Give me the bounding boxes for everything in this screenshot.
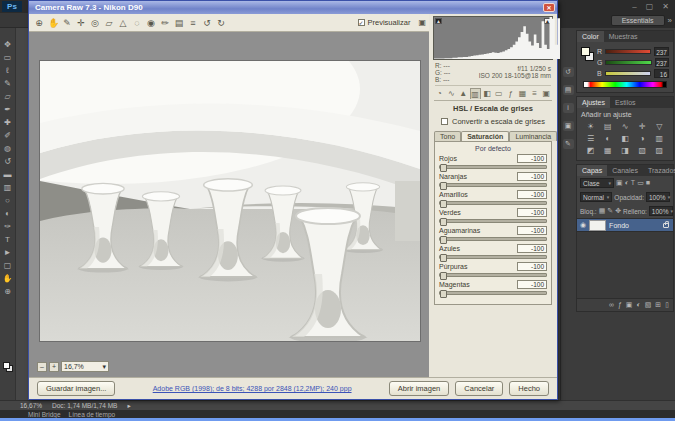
foreground-background-swatches[interactable] — [3, 362, 13, 372]
photo-preview[interactable] — [39, 60, 421, 342]
exposure-icon[interactable]: ✛ — [635, 121, 650, 132]
presets-tab-icon[interactable]: ≡ — [529, 88, 540, 99]
properties-panel-icon[interactable]: ▤ — [563, 85, 574, 95]
color-panel-swatches[interactable] — [581, 47, 594, 61]
crop-tool-icon[interactable]: ▱ — [104, 18, 114, 28]
cancel-button[interactable]: Cancelar — [455, 381, 503, 396]
camera-calibration-tab-icon[interactable]: ▦ — [517, 88, 528, 99]
slider-knob[interactable] — [440, 182, 447, 190]
adjustment-brush-tool-icon[interactable]: ✏ — [160, 18, 170, 28]
preferences-icon[interactable]: ≡ — [188, 18, 198, 28]
rectangular-marquee-tool[interactable]: ▭ — [1, 51, 15, 64]
hue-saturation-icon[interactable]: ☰ — [583, 133, 598, 144]
done-button[interactable]: Hecho — [509, 381, 549, 396]
workspace-more-chevron-icon[interactable]: » — [668, 16, 672, 25]
color-balance-icon[interactable]: ◐ — [600, 133, 615, 144]
split-toning-tab-icon[interactable]: ◧ — [482, 88, 493, 99]
clone-stamp-tool[interactable]: ◍ — [1, 142, 15, 155]
layer-style-icon[interactable]: ƒ — [618, 301, 622, 309]
fullscreen-toggle-icon[interactable]: ▣ — [418, 18, 426, 27]
gradient-tool[interactable]: ▥ — [1, 181, 15, 194]
info-panel-icon[interactable]: i — [563, 103, 574, 113]
close-icon[interactable]: ✕ — [543, 3, 555, 12]
workflow-options-link[interactable]: Adobe RGB (1998); de 8 bits; 4288 por 28… — [115, 385, 388, 392]
zoom-percentage[interactable]: 16,67% — [20, 402, 42, 409]
slider-value[interactable]: -100 — [517, 262, 547, 271]
effects-tab-icon[interactable]: ƒ — [505, 88, 516, 99]
tab-layers[interactable]: Capas — [577, 165, 607, 176]
filter-pixel-icon[interactable]: ▣ — [616, 179, 623, 187]
curves-icon[interactable]: ∿ — [617, 121, 632, 132]
preview-checkbox[interactable]: ✓ — [358, 19, 365, 26]
foreground-color-swatch[interactable] — [3, 362, 10, 369]
brush-tool[interactable]: ✐ — [1, 129, 15, 142]
color-spectrum-ramp[interactable] — [583, 81, 667, 88]
delete-layer-icon[interactable]: ▯ — [665, 301, 669, 309]
slider-track[interactable] — [439, 165, 547, 169]
hsl-tab-saturacion[interactable]: Saturación — [461, 131, 509, 141]
shape-tool[interactable]: ▢ — [1, 259, 15, 272]
pen-tool[interactable]: ✑ — [1, 220, 15, 233]
lasso-tool[interactable]: ℓ — [1, 64, 15, 77]
dodge-tool[interactable]: ◐ — [1, 207, 15, 220]
lock-icons[interactable]: ▦✎✥ — [599, 207, 621, 215]
tab-paths[interactable]: Trazados — [643, 165, 675, 176]
slider-knob[interactable] — [440, 254, 447, 262]
tab-timeline[interactable]: Línea de tiempo — [69, 411, 116, 418]
levels-icon[interactable]: ▤ — [600, 121, 615, 132]
spot-removal-tool-icon[interactable]: ◌ — [132, 18, 142, 28]
color-sampler-tool-icon[interactable]: ✛ — [76, 18, 86, 28]
filter-adjustment-icon[interactable]: ◐ — [625, 179, 629, 187]
slider-value[interactable]: -100 — [517, 190, 547, 199]
lock-transparency-icon[interactable]: ▦ — [599, 207, 606, 215]
maximize-icon[interactable]: ▢ — [646, 1, 654, 12]
spot-healing-tool[interactable]: ✚ — [1, 116, 15, 129]
quick-selection-tool[interactable]: ✎ — [1, 77, 15, 90]
zoom-tool-icon[interactable]: ⊕ — [34, 18, 44, 28]
layer-filter-dropdown[interactable]: Clase▾ — [580, 178, 614, 188]
channel-mixer-icon[interactable]: ▥ — [652, 133, 667, 144]
open-image-button[interactable]: Abrir imagen — [389, 381, 450, 396]
posterize-icon[interactable]: ▦ — [600, 145, 615, 156]
slider-track[interactable] — [439, 237, 547, 241]
hsl-tab-luminancia[interactable]: Luminancia — [509, 131, 557, 141]
tab-channels[interactable]: Canales — [607, 165, 643, 176]
move-tool[interactable]: ✥ — [1, 38, 15, 51]
slider-track[interactable] — [439, 273, 547, 277]
layer-thumbnail[interactable] — [589, 220, 606, 231]
slider-knob[interactable] — [440, 236, 447, 244]
black-white-icon[interactable]: ◧ — [617, 133, 632, 144]
link-layers-icon[interactable]: ∞ — [609, 301, 614, 309]
green-channel-slider[interactable] — [605, 60, 651, 65]
slider-track[interactable] — [439, 183, 547, 187]
red-channel-value[interactable]: 237 — [654, 47, 669, 56]
navigator-panel-icon[interactable]: ▣ — [563, 121, 574, 131]
vibrance-icon[interactable]: ▽ — [652, 121, 667, 132]
slider-knob[interactable] — [440, 164, 447, 172]
photo-filter-icon[interactable]: ◑ — [635, 133, 650, 144]
type-tool[interactable]: T — [1, 233, 15, 246]
rotate-right-icon[interactable]: ↻ — [216, 18, 226, 28]
camera-raw-titlebar[interactable]: Camera Raw 7.3 - Nikon D90 ✕ — [29, 1, 557, 14]
path-selection-tool[interactable]: ► — [1, 246, 15, 259]
tab-mini-bridge[interactable]: Mini Bridge — [28, 411, 61, 418]
filter-shape-icon[interactable]: ▭ — [637, 179, 644, 187]
preview-toggle[interactable]: ✓ Previsualizar — [358, 18, 411, 27]
tone-curve-tab-icon[interactable]: ∿ — [446, 88, 457, 99]
tab-color[interactable]: Color — [577, 31, 604, 42]
tab-adjustments[interactable]: Ajustes — [577, 97, 610, 108]
slider-track[interactable] — [439, 291, 547, 295]
save-image-button[interactable]: Guardar imagen... — [37, 381, 115, 396]
visibility-eye-icon[interactable]: ◉ — [580, 221, 586, 229]
hand-tool-icon[interactable]: ✋ — [48, 18, 58, 28]
close-icon[interactable]: ✕ — [662, 1, 669, 12]
workspace-switcher-button[interactable]: Essentials — [611, 15, 665, 26]
slider-value[interactable]: -100 — [517, 244, 547, 253]
tab-styles[interactable]: Estilos — [610, 97, 641, 108]
lock-position-icon[interactable]: ✥ — [615, 207, 621, 215]
filter-type-icon[interactable]: T — [631, 179, 635, 187]
hsl-tab-tono[interactable]: Tono — [434, 131, 461, 141]
crop-tool[interactable]: ▱ — [1, 90, 15, 103]
layer-filter-icons[interactable]: ▣◐T▭■ — [616, 179, 650, 187]
invert-icon[interactable]: ◩ — [583, 145, 598, 156]
